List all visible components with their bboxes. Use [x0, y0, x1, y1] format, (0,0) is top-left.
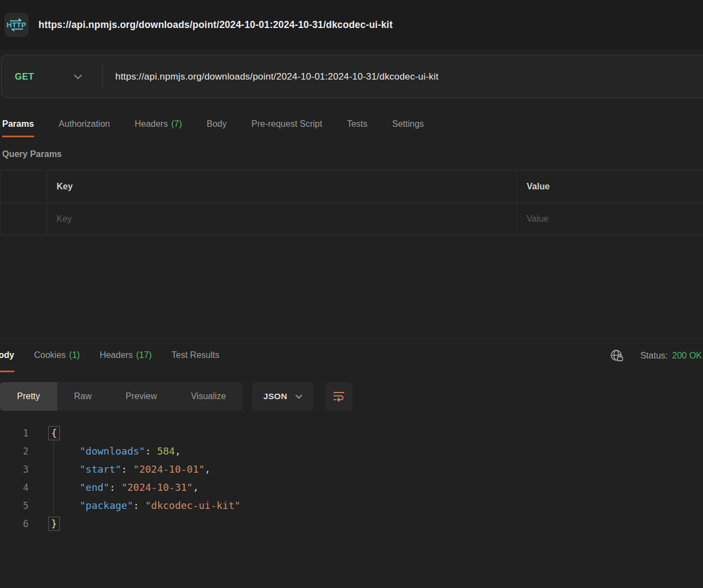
- json-key: "package": [80, 500, 133, 511]
- response-header: Body Cookies(1) Headers(17) Test Results…: [0, 339, 703, 372]
- view-tab-preview[interactable]: Preview: [109, 382, 174, 411]
- line-content: {: [48, 426, 60, 440]
- wrap-text-button[interactable]: [325, 382, 353, 411]
- tab-response-headers[interactable]: Headers(17): [99, 339, 152, 372]
- json-number-value: 584: [157, 445, 175, 457]
- fold-marker-open-brace[interactable]: {: [48, 426, 60, 440]
- code-line: 6 }: [0, 514, 703, 533]
- chevron-down-icon: [74, 74, 82, 80]
- fold-marker-close-brace[interactable]: }: [48, 517, 60, 531]
- line-number: 1: [0, 428, 29, 439]
- globe-lock-icon[interactable]: [610, 349, 624, 363]
- json-colon: :: [145, 445, 157, 457]
- method-label: GET: [15, 71, 34, 82]
- tab-headers[interactable]: Headers(7): [135, 112, 182, 137]
- key-input[interactable]: Key: [47, 203, 517, 235]
- url-divider: [102, 64, 103, 90]
- value-input[interactable]: Value: [517, 203, 703, 235]
- tab-headers-label: Headers: [135, 119, 168, 129]
- code-line: 5 "package": "dkcodec-ui-kit": [0, 496, 703, 514]
- table-row: Key Value: [1, 203, 703, 236]
- request-title: https://api.npmjs.org/downloads/point/20…: [38, 19, 393, 31]
- response-status-area: Status: 200 OK: [610, 349, 703, 363]
- table-header-row: Key Value: [1, 171, 703, 203]
- line-content: "package": "dkcodec-ui-kit": [48, 500, 241, 511]
- tab-pre-request-script[interactable]: Pre-request Script: [252, 112, 322, 137]
- tab-authorization[interactable]: Authorization: [59, 112, 110, 137]
- json-comma: ,: [205, 463, 211, 475]
- tab-tests[interactable]: Tests: [347, 112, 367, 137]
- response-tabs: Body Cookies(1) Headers(17) Test Results: [0, 339, 219, 372]
- select-all-cell[interactable]: [1, 171, 47, 203]
- request-tabs: Params Authorization Headers(7) Body Pre…: [0, 112, 703, 137]
- indent-guide: [53, 441, 54, 514]
- http-method-icon: HTTP: [4, 13, 29, 37]
- url-input[interactable]: https://api.npmjs.org/downloads/point/20…: [115, 71, 438, 82]
- method-dropdown[interactable]: GET: [2, 71, 87, 82]
- tab-authorization-label: Authorization: [59, 119, 110, 129]
- tab-response-headers-label: Headers: [99, 350, 132, 360]
- json-string-value: "2024-10-31": [121, 481, 193, 493]
- tab-body-label: Body: [207, 119, 226, 129]
- response-view-bar: Pretty Raw Preview Visualize JSON: [0, 382, 703, 411]
- line-number: 6: [0, 518, 29, 529]
- tab-params[interactable]: Params: [2, 112, 34, 137]
- format-dropdown[interactable]: JSON: [252, 382, 313, 411]
- line-content: "end": "2024-10-31",: [48, 481, 199, 493]
- http-badge-label: HTTP: [7, 22, 26, 28]
- view-tab-visualize[interactable]: Visualize: [174, 382, 243, 411]
- chevron-down-icon: [295, 394, 303, 399]
- tab-body[interactable]: Body: [207, 112, 226, 137]
- code-line: 1 {: [0, 424, 703, 442]
- line-number: 3: [0, 464, 29, 475]
- tab-response-body[interactable]: Body: [0, 339, 14, 372]
- json-key: "downloads": [80, 445, 145, 457]
- format-dropdown-value: JSON: [263, 391, 287, 401]
- row-checkbox-cell[interactable]: [1, 203, 47, 235]
- json-string-value: "dkcodec-ui-kit": [145, 500, 240, 511]
- tab-cookies-label: Cookies: [34, 350, 66, 360]
- json-key: "end": [80, 481, 109, 493]
- json-colon: :: [121, 463, 133, 475]
- line-content: "downloads": 584,: [48, 445, 181, 457]
- tab-test-results-label: Test Results: [171, 350, 219, 360]
- line-content: }: [48, 517, 60, 531]
- line-content: "start": "2024-10-01",: [48, 463, 210, 475]
- tab-response-body-label: Body: [0, 350, 14, 360]
- status-badge: 200 OK: [672, 351, 702, 361]
- line-number: 2: [0, 446, 29, 457]
- tab-pre-request-script-label: Pre-request Script: [252, 119, 322, 129]
- json-comma: ,: [175, 445, 181, 457]
- tab-tests-label: Tests: [347, 119, 367, 129]
- tab-test-results[interactable]: Test Results: [171, 339, 219, 372]
- tab-cookies[interactable]: Cookies(1): [34, 339, 80, 372]
- tab-response-headers-count: (17): [136, 350, 152, 360]
- tab-cookies-count: (1): [69, 350, 80, 360]
- status-label: Status:: [640, 351, 668, 361]
- code-line: 2 "downloads": 584,: [0, 442, 703, 460]
- url-bar: GET https://api.npmjs.org/downloads/poin…: [1, 55, 703, 98]
- tab-settings-label: Settings: [392, 119, 424, 129]
- code-line: 3 "start": "2024-10-01",: [0, 460, 703, 478]
- line-number: 4: [0, 482, 29, 493]
- response-body-editor[interactable]: 1 { 2 "downloads": 584, 3 "start": "2024…: [0, 424, 703, 533]
- json-colon: :: [109, 481, 121, 493]
- query-params-heading: Query Params: [0, 149, 703, 159]
- json-string-value: "2024-10-01": [133, 463, 205, 475]
- request-tab-header: HTTP https://api.npmjs.org/downloads/poi…: [0, 0, 703, 49]
- value-column-header: Value: [517, 171, 703, 203]
- view-tab-pretty[interactable]: Pretty: [0, 382, 57, 411]
- json-comma: ,: [193, 481, 199, 493]
- query-params-table: Key Value Key Value: [0, 170, 703, 236]
- tab-params-label: Params: [2, 119, 34, 129]
- tab-settings[interactable]: Settings: [392, 112, 424, 137]
- tab-headers-count: (7): [171, 119, 182, 129]
- json-key: "start": [80, 463, 121, 475]
- wrap-text-icon: [332, 390, 345, 402]
- code-line: 4 "end": "2024-10-31",: [0, 478, 703, 496]
- line-number: 5: [0, 500, 29, 511]
- key-column-header: Key: [47, 171, 517, 203]
- arrow-left-icon: [9, 28, 24, 32]
- view-tab-raw[interactable]: Raw: [57, 382, 109, 411]
- json-colon: :: [133, 500, 146, 511]
